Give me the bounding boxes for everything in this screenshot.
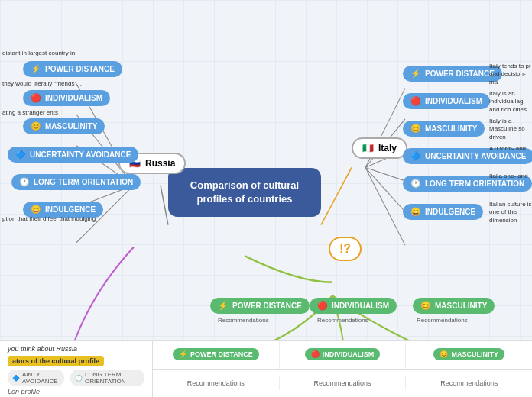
bottom-ind-icon: 🔴 bbox=[317, 301, 328, 311]
question-node[interactable]: !? bbox=[329, 237, 362, 261]
ind-pill-lto: 🕐 LONG TERM ORIENTATION bbox=[70, 370, 144, 386]
pd-small-label: POWER DISTANCE bbox=[190, 350, 253, 358]
rec-cell-2: Recommendations bbox=[280, 376, 407, 390]
bottom-right-panel: ⚡ POWER DISTANCE 🔴 INDIVIDUALISM 😊 MASCU… bbox=[153, 341, 532, 397]
rec2: Recommendations bbox=[317, 317, 368, 324]
italy-indulg-label: INDULGENCE bbox=[425, 208, 475, 216]
italy-indulg-desc: Italian culture is one of this dimension bbox=[489, 201, 532, 224]
russia-ind-desc: they would literally "friends"... bbox=[2, 80, 82, 88]
ua-small-label: AINTY AVOIDANCE bbox=[22, 371, 60, 385]
italy-flag: 🇮🇹 bbox=[362, 143, 374, 153]
russia-mas-label: MASCULINITY bbox=[45, 122, 97, 131]
ind-small-label: INDIVIDUALISM bbox=[323, 350, 375, 358]
mas-small-label: MASCULINITY bbox=[451, 350, 498, 358]
italy-ind-label: INDIVIDUALISM bbox=[425, 97, 482, 105]
italy-pd-icon: ⚡ bbox=[410, 69, 421, 79]
italy-lto-label: LONG TERM ORIENTATION bbox=[425, 179, 524, 188]
italy-mas-label: MASCULINITY bbox=[425, 124, 477, 133]
russia-pd-pill[interactable]: ⚡ POWER DISTANCE bbox=[23, 61, 122, 77]
italy-lto-icon: 🕐 bbox=[410, 179, 421, 189]
bottom-ind-small[interactable]: 🔴 INDIVIDUALISM bbox=[305, 348, 381, 360]
lto-small-icon: 🕐 bbox=[75, 375, 83, 382]
russia-pd-desc: distant in largest country in bbox=[2, 50, 75, 57]
indulg-icon: 😄 bbox=[31, 205, 41, 215]
mas-small-icon: 😊 bbox=[440, 350, 448, 358]
russia-ind-label: INDIVIDUALISM bbox=[45, 94, 102, 102]
rec-cell-3: Recommendations bbox=[406, 376, 532, 390]
russia-indulg-label: INDULGENCE bbox=[45, 205, 96, 214]
think-label: you think about Russia bbox=[8, 345, 144, 353]
russia-ua-label: UNCERTAINTY AVOIDANCE bbox=[30, 150, 131, 159]
italy-lto-desc: Italia one- and bbox=[489, 173, 528, 180]
bottom-bar: you think about Russia ators of the cult… bbox=[0, 340, 532, 397]
bottom-mas-small[interactable]: 😊 MASCULINITY bbox=[433, 348, 504, 360]
russia-ua-pill[interactable]: 🔷 UNCERTAINTY AVOIDANCE bbox=[8, 147, 138, 163]
russia-lto-label: LONG TERM ORIENTATION bbox=[34, 178, 133, 186]
rec-cell-1: Recommendations bbox=[153, 376, 280, 390]
pd-icon: ⚡ bbox=[31, 64, 41, 74]
russia-lto-pill[interactable]: 🕐 LONG TERM ORIENTATION bbox=[11, 174, 141, 190]
bottom-mas-icon: 😊 bbox=[420, 301, 431, 311]
italy-node[interactable]: 🇮🇹 Italy bbox=[352, 137, 407, 159]
russia-mas-desc: ating a stranger ents bbox=[2, 109, 58, 117]
italy-pd-desc: Italy tends to pr and decision-ma bbox=[489, 63, 532, 86]
indicators-label[interactable]: ators of the cultural profile bbox=[8, 356, 104, 366]
italy-indulg-icon: 😄 bbox=[410, 207, 421, 217]
italy-ua-icon: 🔷 bbox=[410, 151, 421, 161]
italy-mas-pill[interactable]: 😊 MASCULINITY bbox=[403, 121, 485, 137]
russia-mas-pill[interactable]: 😊 MASCULINITY bbox=[23, 118, 105, 134]
rec3: Recommendations bbox=[417, 317, 468, 324]
russia-label: Russia bbox=[145, 158, 175, 169]
lto-small-label: LONG TERM ORIENTATION bbox=[85, 371, 140, 385]
bottom-right-top: ⚡ POWER DISTANCE 🔴 INDIVIDUALISM 😊 MASCU… bbox=[153, 341, 532, 370]
italy-pd-label: POWER DISTANCE bbox=[425, 69, 495, 78]
center-title: Comparison of cultural profiles of count… bbox=[168, 168, 321, 217]
svg-line-0 bbox=[161, 186, 168, 225]
svg-line-7 bbox=[321, 168, 352, 225]
bottom-left-panel: you think about Russia ators of the cult… bbox=[0, 341, 153, 397]
ind-pill-ua: 🔷 AINTY AVOIDANCE bbox=[8, 370, 64, 386]
bottom-right-bottom: Recommendations Recommendations Recommen… bbox=[153, 370, 532, 398]
bottom-cell-1: ⚡ POWER DISTANCE bbox=[153, 341, 280, 369]
bottom-pd-label: POWER DISTANCE bbox=[232, 302, 302, 310]
ind-icon: 🔴 bbox=[31, 93, 41, 103]
ind-small-icon: 🔴 bbox=[311, 350, 320, 358]
italy-label: Italy bbox=[378, 143, 397, 153]
bottom-mas-pill[interactable]: 😊 MASCULINITY bbox=[413, 298, 495, 314]
italy-ind-icon: 🔴 bbox=[410, 96, 421, 106]
svg-line-11 bbox=[365, 168, 405, 181]
rec1: Recommendations bbox=[218, 317, 269, 324]
pd-small-icon: ⚡ bbox=[179, 350, 187, 358]
question-label: !? bbox=[339, 242, 351, 256]
indicator-pills: 🔷 AINTY AVOIDANCE 🕐 LONG TERM ORIENTATIO… bbox=[8, 370, 144, 386]
bottom-pd-icon: ⚡ bbox=[218, 301, 229, 311]
italy-mas-desc: Italy is a Masculine so driven bbox=[489, 118, 532, 141]
italy-indulg-pill[interactable]: 😄 INDULGENCE bbox=[403, 204, 483, 220]
svg-line-12 bbox=[365, 168, 405, 212]
italy-ua-label: UNCERTAINTY AVOIDANCE bbox=[425, 152, 526, 160]
bottom-cell-2: 🔴 INDIVIDUALISM bbox=[280, 341, 407, 369]
bottom-ind-pill[interactable]: 🔴 INDIVIDUALISM bbox=[310, 298, 397, 314]
lto-icon: 🕐 bbox=[19, 177, 30, 187]
rec-label-1: Recommendations bbox=[187, 379, 245, 387]
russia-pd-label: POWER DISTANCE bbox=[45, 65, 115, 73]
italy-ind-desc: Italy is an individua lag and rich citie… bbox=[489, 90, 532, 114]
italy-mas-icon: 😊 bbox=[410, 124, 421, 134]
bottom-cell-3: 😊 MASCULINITY bbox=[406, 341, 532, 369]
bottom-mas-label: MASCULINITY bbox=[435, 302, 487, 310]
bottom-ind-label: INDIVIDUALISM bbox=[332, 302, 389, 310]
russia-indulg-desc: ption that their d feel that indulging bbox=[2, 215, 96, 223]
ua-small-icon: 🔷 bbox=[12, 375, 20, 382]
mas-icon: 😊 bbox=[31, 121, 41, 131]
lon-profile-label: Lon profile bbox=[8, 388, 144, 395]
italy-ua-desc: A u form- and bbox=[489, 145, 526, 153]
bottom-pd-pill[interactable]: ⚡ POWER DISTANCE bbox=[210, 298, 310, 314]
bottom-pd-small[interactable]: ⚡ POWER DISTANCE bbox=[173, 348, 259, 360]
ua-icon: 🔷 bbox=[15, 150, 26, 160]
russia-ind-pill[interactable]: 🔴 INDIVIDUALISM bbox=[23, 90, 110, 106]
rec-label-2: Recommendations bbox=[313, 379, 371, 387]
italy-pd-pill[interactable]: ⚡ POWER DISTANCE bbox=[403, 66, 502, 82]
svg-line-13 bbox=[365, 168, 405, 246]
rec-label-3: Recommendations bbox=[440, 379, 498, 387]
italy-ind-pill[interactable]: 🔴 INDIVIDUALISM bbox=[403, 93, 490, 109]
